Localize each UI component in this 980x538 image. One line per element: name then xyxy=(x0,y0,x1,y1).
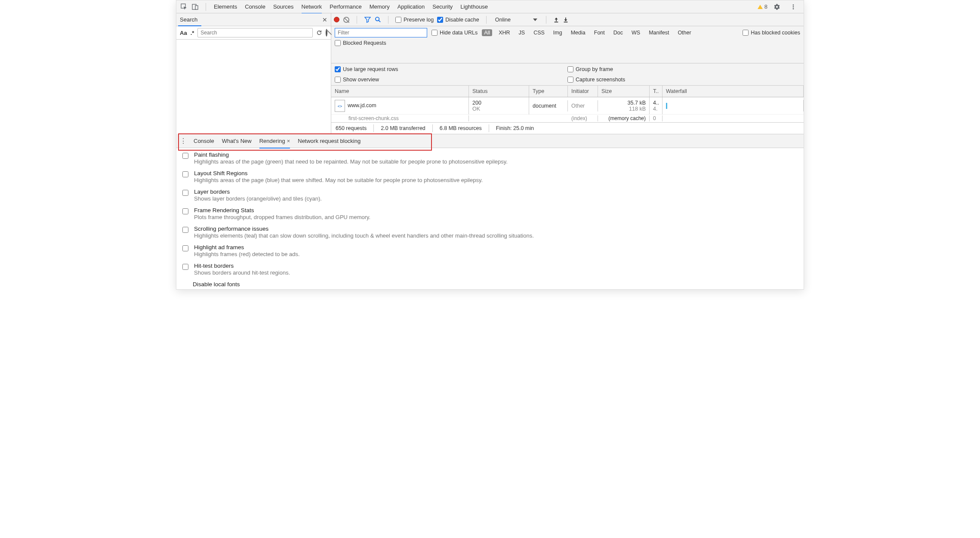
filter-type-doc[interactable]: Doc xyxy=(611,29,625,36)
tab-sources[interactable]: Sources xyxy=(273,0,294,13)
has-blocked-cookies-toggle[interactable]: Has blocked cookies xyxy=(743,30,800,36)
large-rows-toggle[interactable]: Use large request rows xyxy=(335,66,567,72)
filter-type-ws[interactable]: WS xyxy=(629,29,642,36)
rendering-option[interactable]: Hit-test bordersShows borders around hit… xyxy=(182,263,799,276)
filter-toggle-icon[interactable] xyxy=(364,16,371,23)
cell-time-1: 4.. xyxy=(653,100,659,106)
col-type[interactable]: Type xyxy=(529,86,568,97)
tab-console[interactable]: Console xyxy=(245,0,265,13)
rendering-option[interactable]: Scrolling performance issuesHighlights e… xyxy=(182,226,799,239)
search-network-icon[interactable] xyxy=(374,16,381,23)
blocked-requests-checkbox[interactable] xyxy=(335,40,341,46)
col-status[interactable]: Status xyxy=(469,86,529,97)
blocked-requests-label: Blocked Requests xyxy=(343,40,386,46)
filter-type-font[interactable]: Font xyxy=(592,29,607,36)
col-initiator[interactable]: Initiator xyxy=(568,86,598,97)
caret-down-icon xyxy=(533,19,537,21)
tab-elements[interactable]: Elements xyxy=(214,0,237,13)
rendering-desc: Shows borders around hit-test regions. xyxy=(194,269,290,276)
rendering-option[interactable]: Layout Shift RegionsHighlights areas of … xyxy=(182,170,799,183)
capture-screenshots-toggle[interactable]: Capture screenshots xyxy=(567,77,800,83)
svg-rect-9 xyxy=(564,22,567,22)
group-by-frame-checkbox[interactable] xyxy=(567,66,573,72)
preserve-log-toggle[interactable]: Preserve log xyxy=(395,17,434,23)
drawer-tab-console[interactable]: Console xyxy=(194,134,214,148)
inspect-element-icon[interactable] xyxy=(180,3,188,11)
rendering-checkbox[interactable] xyxy=(182,245,188,251)
col-waterfall[interactable]: Waterfall xyxy=(663,86,804,97)
drawer-tab-what-s-new[interactable]: What's New xyxy=(222,134,252,148)
search-drawer-header: Search ✕ xyxy=(176,13,331,26)
capture-screenshots-checkbox[interactable] xyxy=(567,77,573,83)
download-har-icon[interactable] xyxy=(563,17,569,23)
tab-performance[interactable]: Performance xyxy=(330,0,361,13)
rendering-checkbox[interactable] xyxy=(182,227,188,233)
tab-security[interactable]: Security xyxy=(432,0,453,13)
clear-network-icon[interactable] xyxy=(343,16,350,23)
tab-memory[interactable]: Memory xyxy=(370,0,390,13)
large-rows-checkbox[interactable] xyxy=(335,66,341,72)
rendering-checkbox[interactable] xyxy=(182,264,188,270)
drawer-tab-rendering[interactable]: Rendering× xyxy=(259,134,290,148)
more-vert-icon[interactable] xyxy=(789,3,798,11)
regex-icon[interactable]: .* xyxy=(191,30,194,36)
filter-type-manifest[interactable]: Manifest xyxy=(647,29,671,36)
refresh-search-icon[interactable] xyxy=(316,30,322,36)
show-overview-checkbox[interactable] xyxy=(335,77,341,83)
network-status-bar: 650 requests 2.0 MB transferred 6.8 MB r… xyxy=(331,122,804,134)
drawer-tab-network-request-blocking[interactable]: Network request blocking xyxy=(298,134,361,148)
filter-type-js[interactable]: JS xyxy=(517,29,527,36)
upload-har-icon[interactable] xyxy=(553,17,559,23)
svg-rect-8 xyxy=(554,22,558,22)
tab-application[interactable]: Application xyxy=(398,0,425,13)
close-search-icon[interactable]: ✕ xyxy=(322,16,327,23)
rendering-option[interactable]: Frame Rendering StatsPlots frame through… xyxy=(182,207,799,220)
search-input[interactable] xyxy=(197,28,313,37)
record-network-button[interactable] xyxy=(334,17,339,22)
drawer-more-icon[interactable]: ⋮ xyxy=(180,137,187,145)
hide-data-urls-checkbox[interactable] xyxy=(431,30,438,36)
search-results-area xyxy=(176,40,331,134)
filter-type-all[interactable]: All xyxy=(482,29,492,36)
rendering-desc: Highlights areas of the page (green) tha… xyxy=(194,158,508,165)
throttling-select[interactable]: Online xyxy=(493,16,539,24)
rendering-checkbox[interactable] xyxy=(182,171,188,177)
disable-cache-toggle[interactable]: Disable cache xyxy=(437,17,479,23)
tab-lighthouse[interactable]: Lighthouse xyxy=(460,0,488,13)
device-toolbar-icon[interactable] xyxy=(191,3,200,11)
settings-gear-icon[interactable] xyxy=(773,3,781,11)
col-time[interactable]: T.. xyxy=(650,86,663,97)
col-name[interactable]: Name xyxy=(331,86,469,97)
blocked-requests-toggle[interactable]: Blocked Requests xyxy=(335,40,787,46)
rendering-checkbox[interactable] xyxy=(182,208,188,214)
show-overview-toggle[interactable]: Show overview xyxy=(335,77,567,83)
tab-network[interactable]: Network xyxy=(302,0,322,13)
col-size[interactable]: Size xyxy=(598,86,650,97)
hide-data-urls-toggle[interactable]: Hide data URLs xyxy=(431,30,478,36)
network-filter-input[interactable] xyxy=(335,28,427,37)
rendering-option[interactable]: Paint flashingHighlights areas of the pa… xyxy=(182,152,799,165)
disable-cache-label: Disable cache xyxy=(445,17,479,23)
preserve-log-checkbox[interactable] xyxy=(395,17,401,23)
network-toolbar: Preserve log Disable cache Online xyxy=(331,13,804,26)
disable-cache-checkbox[interactable] xyxy=(437,17,443,23)
rendering-checkbox[interactable] xyxy=(182,190,188,196)
match-case-icon[interactable]: Aa xyxy=(180,30,187,36)
table-row-partial[interactable]: first-screen-chunk.css (index) (memory c… xyxy=(331,114,804,122)
clear-search-icon[interactable] xyxy=(326,30,327,36)
rendering-option[interactable]: Layer bordersShows layer borders (orange… xyxy=(182,189,799,202)
filter-type-css[interactable]: CSS xyxy=(531,29,547,36)
group-by-frame-toggle[interactable]: Group by frame xyxy=(567,66,800,72)
rendering-option[interactable]: Highlight ad framesHighlights frames (re… xyxy=(182,244,799,257)
table-row[interactable]: <>www.jd.com 200 OK document Other 35.7 … xyxy=(331,97,804,114)
filter-type-other[interactable]: Other xyxy=(675,29,693,36)
filter-type-xhr[interactable]: XHR xyxy=(496,29,512,36)
filter-type-media[interactable]: Media xyxy=(569,29,588,36)
warnings-indicator[interactable]: 8 xyxy=(758,3,767,10)
has-blocked-cookies-checkbox[interactable] xyxy=(743,30,749,36)
close-drawer-tab-icon[interactable]: × xyxy=(287,138,290,144)
filter-type-img[interactable]: Img xyxy=(551,29,564,36)
group-by-frame-label: Group by frame xyxy=(576,66,613,72)
rendering-checkbox[interactable] xyxy=(182,153,188,159)
cell-initiator: (index) xyxy=(568,115,598,121)
